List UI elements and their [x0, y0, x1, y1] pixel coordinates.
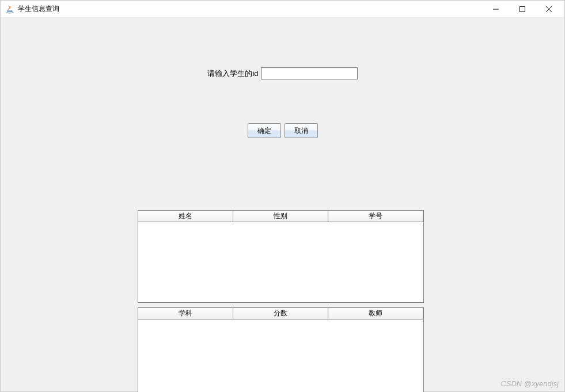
col-name[interactable]: 姓名	[138, 211, 233, 222]
watermark: CSDN @xyendjsj	[500, 379, 559, 388]
window-title: 学生信息查询	[18, 4, 59, 14]
window-controls	[483, 1, 562, 17]
close-button[interactable]	[536, 1, 562, 17]
student-id-input[interactable]	[261, 67, 358, 79]
col-teacher[interactable]: 教师	[328, 308, 423, 319]
col-score[interactable]: 分数	[233, 308, 328, 319]
cancel-button[interactable]: 取消	[285, 123, 318, 138]
java-icon	[5, 5, 14, 14]
col-gender[interactable]: 性别	[233, 211, 328, 222]
button-row: 确定 取消	[1, 123, 564, 138]
table-header: 姓名 性别 学号	[138, 211, 423, 222]
window-frame: 学生信息查询 请输入学生的id 确定 取消 姓名 性别	[0, 0, 565, 392]
ok-button[interactable]: 确定	[248, 123, 281, 138]
titlebar: 学生信息查询	[1, 1, 564, 18]
student-id-label: 请输入学生的id	[207, 68, 258, 79]
col-student-id[interactable]: 学号	[328, 211, 423, 222]
score-info-table[interactable]: 学科 分数 教师	[138, 307, 424, 392]
svg-point-1	[7, 12, 13, 13]
minimize-button[interactable]	[483, 1, 509, 17]
input-row: 请输入学生的id	[1, 67, 564, 79]
student-info-table[interactable]: 姓名 性别 学号	[138, 210, 424, 303]
col-subject[interactable]: 学科	[138, 308, 233, 319]
svg-rect-3	[520, 6, 525, 12]
table-header: 学科 分数 教师	[138, 308, 423, 319]
maximize-button[interactable]	[509, 1, 536, 17]
content-panel: 请输入学生的id 确定 取消 姓名 性别 学号 学科 分数 教师 CSDN @x…	[1, 18, 564, 391]
